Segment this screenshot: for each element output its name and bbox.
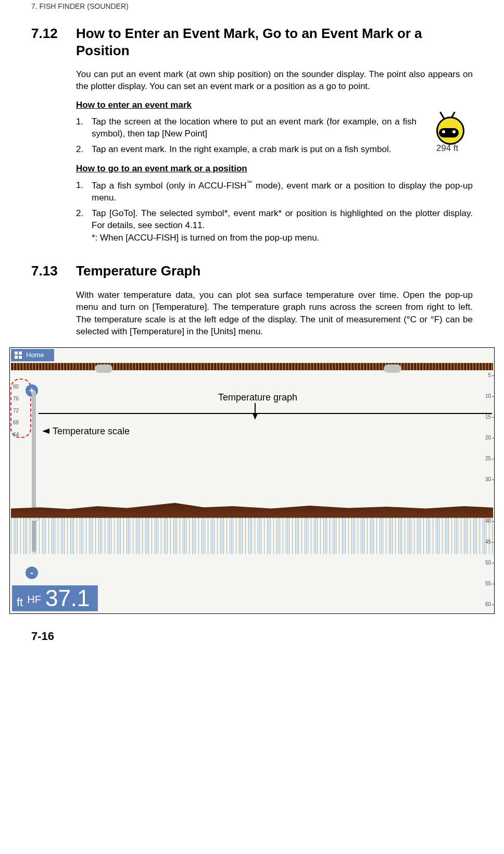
sub-bottom-echo — [11, 518, 493, 554]
arrow-down-icon — [253, 413, 258, 420]
section-7-12-heading: 7.12 How to Enter an Event Mark, Go to a… — [31, 25, 473, 59]
depth-tick: 20 — [485, 435, 491, 441]
annotation-label: Temperature scale — [53, 426, 130, 437]
step-1: 1. Tap the screen at the location where … — [76, 116, 417, 140]
depth-mode: HF — [27, 594, 41, 606]
layers-pill-button[interactable] — [384, 365, 401, 373]
section-7-13-heading: 7.13 Temperature Graph — [31, 262, 473, 280]
list-text: Tap the screen at the location where to … — [92, 116, 417, 140]
list-number: 2. — [76, 207, 92, 244]
list-text: Tap a fish symbol (only in ACCU-FISH™ mo… — [92, 179, 473, 204]
list-text: Tap [GoTo]. The selected symbol*, event … — [92, 207, 473, 244]
zoom-out-button[interactable]: - — [26, 567, 38, 579]
depth-tick: 30 — [485, 476, 491, 482]
home-grid-icon — [15, 351, 22, 359]
annotation-temp-scale: Temperature scale — [42, 426, 130, 437]
arrow-down-icon — [255, 403, 256, 413]
depth-tick: 55 — [485, 581, 491, 586]
step-2: 2. Tap an event mark. In the right examp… — [76, 143, 417, 155]
goto-step-1: 1. Tap a fish symbol (only in ACCU-FISH™… — [76, 179, 473, 204]
section-number: 7.12 — [31, 25, 76, 42]
home-button[interactable]: Home — [11, 349, 54, 361]
temp-tick: 80 — [13, 384, 19, 390]
list-number: 2. — [76, 143, 92, 155]
depth-unit: ft — [17, 596, 23, 609]
depth-tick: 60 — [485, 601, 491, 607]
home-label: Home — [26, 351, 44, 359]
crab-depth-label: 294 ft — [422, 143, 473, 154]
list-text: Tap an event mark. In the right example,… — [92, 143, 417, 155]
chapter-header: 7. FISH FINDER (SOUNDER) — [31, 0, 473, 25]
intro-text: You can put an event mark (at own ship p… — [76, 68, 473, 93]
depth-tick: 50 — [485, 560, 491, 566]
subheading-goto: How to go to an event mark or a position — [76, 164, 473, 174]
list-number: 1. — [76, 179, 92, 204]
temp-tick: 64 — [13, 432, 19, 437]
surface-echo-band — [11, 363, 493, 370]
depth-tick: 5 — [488, 372, 491, 378]
annotation-temp-graph: Temperature graph — [218, 392, 297, 420]
annotation-label: Temperature graph — [218, 392, 297, 403]
intro-text: With water temperature data, you can plo… — [76, 289, 473, 338]
section-title: How to Enter an Event Mark, Go to an Eve… — [76, 25, 473, 59]
depth-tick: 25 — [485, 456, 491, 461]
depth-tick: 15 — [485, 414, 491, 420]
sounder-screenshot: Home 80 76 72 68 64 5 10 15 20 25 30 40 … — [9, 347, 495, 614]
list-number: 1. — [76, 116, 92, 140]
goto-step-2: 2. Tap [GoTo]. The selected symbol*, eve… — [76, 207, 473, 244]
section-number: 7.13 — [31, 262, 76, 280]
crab-icon — [429, 114, 465, 142]
bottom-echo — [11, 495, 493, 518]
subheading-enter-mark: How to enter an event mark — [76, 100, 473, 110]
temp-tick: 72 — [13, 408, 19, 413]
menu-pill-button[interactable] — [95, 365, 112, 373]
arrow-left-icon — [42, 429, 49, 434]
temp-tick: 68 — [13, 420, 19, 425]
depth-tick: 10 — [485, 393, 491, 399]
page-number: 7-16 — [31, 614, 473, 643]
temp-tick: 76 — [13, 396, 19, 401]
depth-value: 37.1 — [45, 587, 90, 610]
section-title: Temperature Graph — [76, 262, 473, 280]
crab-mark-graphic: 294 ft — [422, 114, 473, 154]
depth-readout: ft HF 37.1 — [12, 585, 98, 611]
